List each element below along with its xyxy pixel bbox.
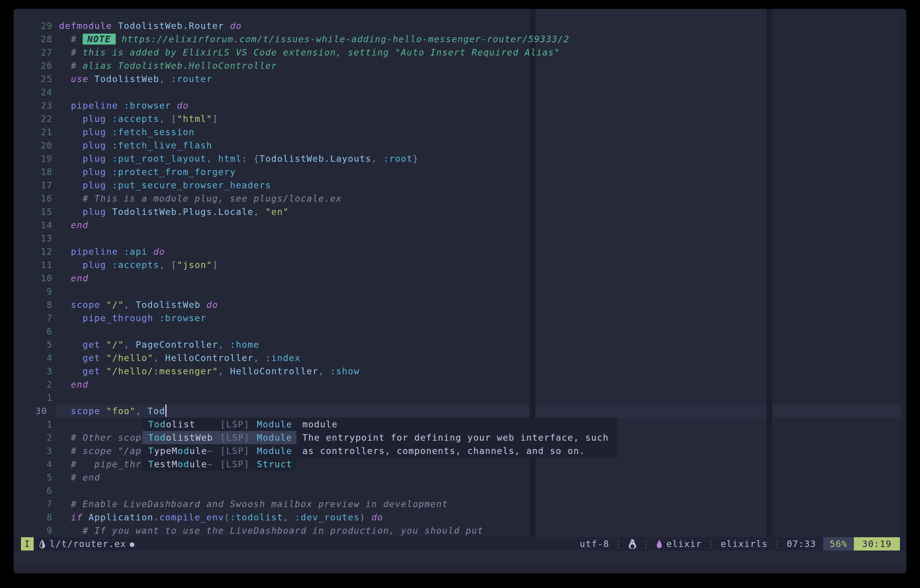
code-text: plug :put_secure_browser_headers (59, 178, 906, 192)
code-line[interactable]: 20 plug :fetch_live_flash (14, 139, 906, 152)
code-text: # This is a module plug, see plugs/local… (59, 192, 906, 205)
code-line[interactable]: 2 end (14, 378, 906, 391)
mode-indicator: I (21, 537, 34, 551)
completion-item[interactable]: TypeModule~[LSP]Module (142, 444, 296, 458)
clock: 07:33 (787, 539, 816, 549)
completion-label: TestModule~ (148, 458, 220, 471)
code-text: plug :put_root_layout, html: {TodolistWe… (59, 152, 906, 165)
code-line[interactable]: 17 plug :put_secure_browser_headers (14, 178, 906, 192)
code-line[interactable]: 11 plug :accepts, ["json"] (14, 258, 906, 272)
code-line[interactable]: 7 pipe_through :browser (14, 311, 906, 325)
command-line[interactable] (14, 551, 906, 564)
code-line[interactable]: 6 (14, 325, 906, 338)
code-line[interactable]: 8 if Application.compile_env(:todolist, … (14, 511, 906, 524)
code-text (59, 232, 906, 245)
line-number: 23 (14, 99, 59, 112)
code-line[interactable]: 6 (14, 484, 906, 497)
code-line[interactable]: 13 (14, 232, 906, 245)
code-text: # Enable LiveDashboard and Swoosh mailbo… (59, 497, 906, 511)
line-number: 6 (14, 484, 59, 497)
code-line[interactable]: 3 get "/hello/:messenger", HelloControll… (14, 364, 906, 378)
code-text: defmodule TodolistWeb.Router do (59, 19, 906, 32)
code-line[interactable]: 21 plug :fetch_session (14, 125, 906, 139)
completion-popup[interactable]: Todolist[LSP]ModuleTodolistWeb[LSP]Modul… (142, 418, 296, 471)
separator: ⋮ (706, 539, 716, 549)
line-number: 4 (14, 351, 59, 364)
completion-item[interactable]: Todolist[LSP]Module (142, 418, 296, 431)
penguin-icon (628, 539, 637, 549)
code-text: if Application.compile_env(:todolist, :d… (59, 511, 906, 524)
code-text: get "/hello/:messenger", HelloController… (59, 364, 906, 378)
doc-text-line: as controllers, components, channels, an… (296, 444, 617, 458)
code-line[interactable]: 1 (14, 391, 906, 404)
code-line[interactable]: 18 plug :protect_from_forgery (14, 165, 906, 178)
code-line[interactable]: 9 (14, 285, 906, 298)
code-line[interactable]: 19 plug :put_root_layout, html: {Todolis… (14, 152, 906, 165)
code-text: plug :protect_from_forgery (59, 165, 906, 178)
code-line[interactable]: 9 # If you want to use the LiveDashboard… (14, 524, 906, 537)
code-line[interactable]: 29defmodule TodolistWeb.Router do (14, 19, 906, 32)
code-line[interactable]: 27 # this is added by ElixirLS VS Code e… (14, 46, 906, 59)
completion-kind: Module (257, 431, 296, 444)
code-line[interactable]: 30 scope "foo", Tod (14, 404, 906, 418)
code-line[interactable]: 16 # This is a module plug, see plugs/lo… (14, 192, 906, 205)
completion-source: [LSP] (220, 444, 257, 458)
completion-kind: Module (257, 418, 296, 431)
code-line[interactable]: 15 plug TodolistWeb.Plugs.Locale, "en" (14, 205, 906, 219)
line-number: 11 (14, 258, 59, 272)
line-number: 14 (14, 219, 59, 232)
completion-item[interactable]: TestModule~[LSP]Struct (142, 458, 296, 471)
completion-label: TodolistWeb (148, 431, 220, 444)
completion-label: Todolist (148, 418, 220, 431)
line-number: 12 (14, 245, 59, 258)
code-text: pipeline :browser do (59, 99, 906, 112)
code-line[interactable]: 8 scope "/", TodolistWeb do (14, 298, 906, 311)
separator: ⋮ (773, 539, 782, 549)
code-line[interactable]: 10 end (14, 272, 906, 285)
code-line[interactable]: 22 plug :accepts, ["html"] (14, 112, 906, 125)
code-line[interactable]: 28 # NOTE https://elixirforum.com/t/issu… (14, 32, 906, 46)
code-line[interactable]: 25 use TodolistWeb, :router (14, 72, 906, 86)
code-text (59, 391, 906, 404)
terminal-window: 29defmodule TodolistWeb.Router do28 # NO… (14, 9, 906, 573)
completion-kind: Module (257, 444, 296, 458)
line-number: 29 (14, 19, 59, 32)
scroll-percent: 56% (823, 537, 854, 551)
line-number: 16 (14, 192, 59, 205)
code-text: use TodolistWeb, :router (59, 72, 906, 86)
line-number: 25 (14, 72, 59, 86)
separator: ⋮ (641, 539, 651, 549)
line-number: 19 (14, 152, 59, 165)
code-text: pipeline :api do (59, 245, 906, 258)
code-line[interactable]: 5 # end (14, 471, 906, 484)
line-number: 22 (14, 112, 59, 125)
code-text: plug :accepts, ["html"] (59, 112, 906, 125)
line-number: 4 (14, 458, 59, 471)
code-line[interactable]: 7 # Enable LiveDashboard and Swoosh mail… (14, 497, 906, 511)
code-line[interactable]: 14 end (14, 219, 906, 232)
line-number: 13 (14, 232, 59, 245)
line-number: 1 (14, 418, 59, 431)
line-number: 2 (14, 431, 59, 444)
statusline-right: utf-8 ⋮ ⋮ elixir ⋮ elixirls ⋮ (580, 537, 906, 551)
code-line[interactable]: 24 (14, 86, 906, 99)
line-number: 27 (14, 46, 59, 59)
code-line[interactable]: 4 get "/hello", HelloController, :index (14, 351, 906, 364)
line-number: 5 (14, 471, 59, 484)
doc-text-line: module (296, 418, 617, 431)
completion-item[interactable]: TodolistWeb[LSP]Module (142, 431, 296, 444)
completion-source: [LSP] (220, 418, 257, 431)
line-number: 2 (14, 378, 59, 391)
line-number: 26 (14, 59, 59, 72)
code-line[interactable]: 26 # alias TodolistWeb.HelloController (14, 59, 906, 72)
code-text (59, 86, 906, 99)
code-text: get "/", PageController, :home (59, 338, 906, 351)
code-line[interactable]: 23 pipeline :browser do (14, 99, 906, 112)
line-number: 21 (14, 125, 59, 139)
encoding-label: utf-8 (580, 539, 609, 549)
text-cursor (165, 404, 167, 417)
code-line[interactable]: 5 get "/", PageController, :home (14, 338, 906, 351)
code-line[interactable]: 12 pipeline :api do (14, 245, 906, 258)
code-text: pipe_through :browser (59, 311, 906, 325)
completion-doc-float: moduleThe entrypoint for defining your w… (296, 418, 617, 458)
